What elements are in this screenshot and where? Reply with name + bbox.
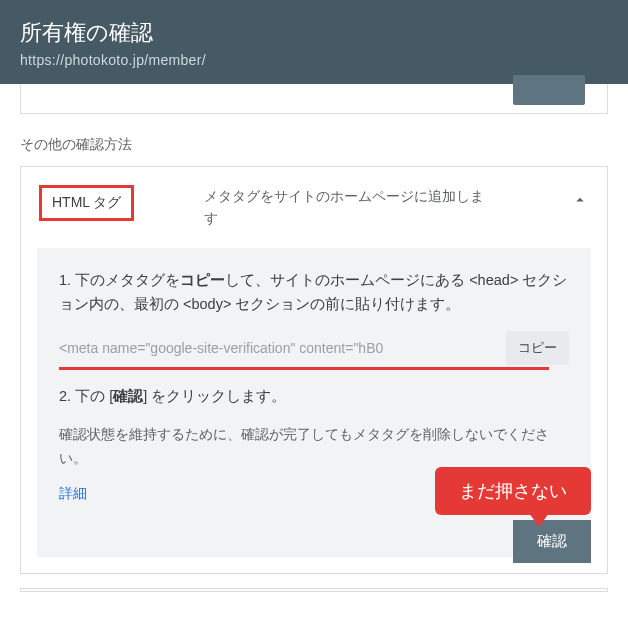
annotation-callout-tail xyxy=(529,513,549,527)
step2-bold: 確認 xyxy=(113,388,143,404)
step-1: 1. 下のメタタグをコピーして、サイトのホームページにある <head> セクシ… xyxy=(59,268,569,317)
meta-tag-code[interactable]: <meta name="google-site-verification" co… xyxy=(59,340,506,356)
method-card-html-tag: HTML タグ メタタグをサイトのホームページに追加します 1. 下のメタタグを… xyxy=(20,166,608,574)
method-description: メタタグをサイトのホームページに追加します xyxy=(204,185,484,230)
page-header: 所有権の確認 https://photokoto.jp/member/ xyxy=(0,0,628,84)
verify-button[interactable]: 確認 xyxy=(513,520,591,563)
card-header[interactable]: HTML タグ メタタグをサイトのホームページに追加します xyxy=(21,167,607,240)
step-2: 2. 下の [確認] をクリックします。 xyxy=(59,384,569,409)
annotation-underline xyxy=(59,367,549,370)
step1-prefix: 1. 下のメタタグを xyxy=(59,272,180,288)
hint-text: 確認状態を維持するために、確認が完了してもメタタグを削除しないでください。 xyxy=(59,423,569,471)
method-name: HTML タグ xyxy=(39,185,134,221)
section-label: その他の確認方法 xyxy=(20,136,608,154)
page-url: https://photokoto.jp/member/ xyxy=(20,52,608,68)
next-card-stub xyxy=(20,588,608,592)
step1-bold: コピー xyxy=(180,272,225,288)
copy-button[interactable]: コピー xyxy=(506,331,569,365)
instructions-panel: 1. 下のメタタグをコピーして、サイトのホームページにある <head> セクシ… xyxy=(37,248,591,558)
annotation-callout: まだ押さない xyxy=(435,467,591,515)
step2-prefix: 2. 下の [ xyxy=(59,388,113,404)
details-link[interactable]: 詳細 xyxy=(59,485,87,501)
chevron-up-icon[interactable] xyxy=(571,191,589,209)
meta-tag-row: <meta name="google-site-verification" co… xyxy=(59,331,569,365)
page-title: 所有権の確認 xyxy=(20,18,608,48)
step2-suffix: ] をクリックします。 xyxy=(143,388,286,404)
stub-button xyxy=(513,75,585,105)
previous-card-stub xyxy=(20,84,608,114)
